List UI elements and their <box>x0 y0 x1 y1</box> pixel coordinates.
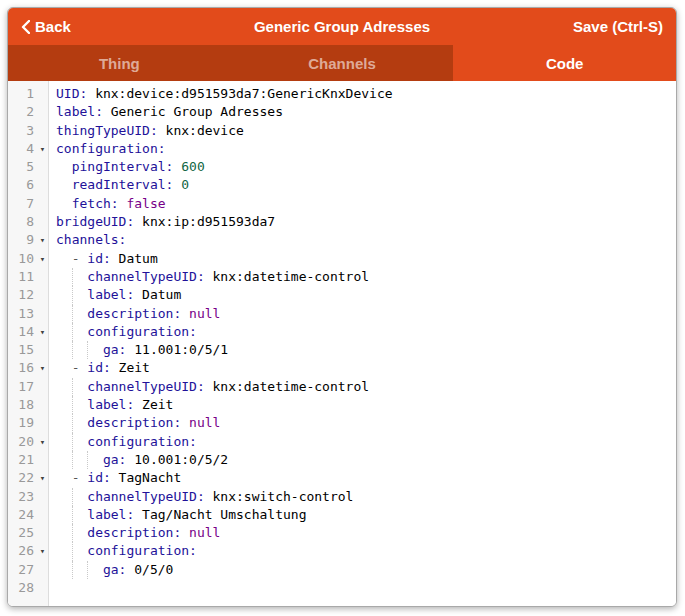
line-number: 11 <box>8 268 35 286</box>
line-content: label: Generic Group Adresses <box>50 103 676 121</box>
line-number: 14 <box>8 323 35 341</box>
line-content: bridgeUID: knx:ip:d951593da7 <box>50 213 676 231</box>
line-content: thingTypeUID: knx:device <box>50 122 676 140</box>
fold-gutter-spacer <box>35 488 50 506</box>
code-line[interactable]: 18 label: Zeit <box>8 396 676 414</box>
header-bar: Back Generic Group Adresses Save (Ctrl-S… <box>8 8 676 45</box>
line-number: 18 <box>8 396 35 414</box>
line-number: 26 <box>8 542 35 560</box>
code-line[interactable]: 23 channelTypeUID: knx:switch-control <box>8 488 676 506</box>
line-number: 15 <box>8 341 35 359</box>
indent-guide <box>87 561 88 579</box>
fold-marker-icon[interactable]: ▾ <box>35 323 50 341</box>
line-number: 19 <box>8 414 35 432</box>
code-line[interactable]: 9▾channels: <box>8 231 676 249</box>
line-number: 9 <box>8 231 35 249</box>
code-line[interactable]: 2label: Generic Group Adresses <box>8 103 676 121</box>
line-number: 8 <box>8 213 35 231</box>
save-button[interactable]: Save (Ctrl-S) <box>573 18 676 35</box>
indent-guide <box>72 268 73 286</box>
indent-guide <box>72 433 73 451</box>
indent-guide <box>72 305 73 323</box>
code-line[interactable]: 16▾ - id: Zeit <box>8 359 676 377</box>
line-content: - id: Datum <box>50 250 676 268</box>
line-number: 23 <box>8 488 35 506</box>
code-editor[interactable]: 1UID: knx:device:d951593da7:GenericKnxDe… <box>8 81 676 606</box>
line-number: 10 <box>8 250 35 268</box>
code-line[interactable]: 11 channelTypeUID: knx:datetime-control <box>8 268 676 286</box>
line-content: description: null <box>50 414 676 432</box>
code-line[interactable]: 10▾ - id: Datum <box>8 250 676 268</box>
indent-guide <box>87 341 88 359</box>
fold-marker-icon[interactable]: ▾ <box>35 231 50 249</box>
line-content: pingInterval: 600 <box>50 158 676 176</box>
code-line[interactable]: 25 description: null <box>8 524 676 542</box>
tab-bar: Thing Channels Code <box>8 45 676 81</box>
back-button-label: Back <box>35 18 71 35</box>
indent-guide <box>72 378 73 396</box>
line-number: 25 <box>8 524 35 542</box>
code-line[interactable]: 12 label: Datum <box>8 286 676 304</box>
fold-marker-icon[interactable]: ▾ <box>35 140 50 158</box>
line-content: description: null <box>50 305 676 323</box>
fold-gutter-spacer <box>35 85 50 103</box>
tab-code[interactable]: Code <box>453 45 676 81</box>
code-lines: 1UID: knx:device:d951593da7:GenericKnxDe… <box>8 81 676 597</box>
code-line[interactable]: 15 ga: 11.001:0/5/1 <box>8 341 676 359</box>
line-number: 22 <box>8 469 35 487</box>
line-content: UID: knx:device:d951593da7:GenericKnxDev… <box>50 85 676 103</box>
code-line[interactable]: 26▾ configuration: <box>8 542 676 560</box>
code-line[interactable]: 21 ga: 10.001:0/5/2 <box>8 451 676 469</box>
line-content: label: Tag/Nacht Umschaltung <box>50 506 676 524</box>
code-line[interactable]: 20▾ configuration: <box>8 433 676 451</box>
fold-gutter-spacer <box>35 122 50 140</box>
code-line[interactable]: 13 description: null <box>8 305 676 323</box>
line-content: configuration: <box>50 433 676 451</box>
code-line[interactable]: 8bridgeUID: knx:ip:d951593da7 <box>8 213 676 231</box>
code-line[interactable]: 22▾ - id: TagNacht <box>8 469 676 487</box>
tab-channels[interactable]: Channels <box>231 45 454 81</box>
indent-guide <box>72 414 73 432</box>
line-content: channelTypeUID: knx:datetime-control <box>50 268 676 286</box>
line-content: configuration: <box>50 140 676 158</box>
code-line[interactable]: 14▾ configuration: <box>8 323 676 341</box>
code-line[interactable]: 6 readInterval: 0 <box>8 176 676 194</box>
indent-guide <box>72 341 73 359</box>
line-number: 5 <box>8 158 35 176</box>
indent-guide <box>72 396 73 414</box>
fold-gutter-spacer <box>35 286 50 304</box>
fold-gutter-spacer <box>35 103 50 121</box>
line-number: 1 <box>8 85 35 103</box>
fold-marker-icon[interactable]: ▾ <box>35 433 50 451</box>
fold-gutter-spacer <box>35 158 50 176</box>
tab-thing[interactable]: Thing <box>8 45 231 81</box>
fold-gutter-spacer <box>35 341 50 359</box>
line-number: 13 <box>8 305 35 323</box>
fold-marker-icon[interactable]: ▾ <box>35 469 50 487</box>
code-line[interactable]: 4▾configuration: <box>8 140 676 158</box>
fold-gutter-spacer <box>35 414 50 432</box>
line-content: channelTypeUID: knx:switch-control <box>50 488 676 506</box>
line-content: - id: TagNacht <box>50 469 676 487</box>
code-line[interactable]: 1UID: knx:device:d951593da7:GenericKnxDe… <box>8 85 676 103</box>
line-number: 27 <box>8 561 35 579</box>
fold-marker-icon[interactable]: ▾ <box>35 359 50 377</box>
code-line[interactable]: 3thingTypeUID: knx:device <box>8 122 676 140</box>
code-line[interactable]: 24 label: Tag/Nacht Umschaltung <box>8 506 676 524</box>
code-line[interactable]: 17 channelTypeUID: knx:datetime-control <box>8 378 676 396</box>
line-content: ga: 10.001:0/5/2 <box>50 451 676 469</box>
line-content <box>50 579 676 597</box>
line-content: channels: <box>50 231 676 249</box>
fold-marker-icon[interactable]: ▾ <box>35 542 50 560</box>
code-line[interactable]: 5 pingInterval: 600 <box>8 158 676 176</box>
line-content: configuration: <box>50 542 676 560</box>
line-content: ga: 11.001:0/5/1 <box>50 341 676 359</box>
back-button[interactable]: Back <box>8 18 71 35</box>
indent-guide <box>72 506 73 524</box>
code-line[interactable]: 19 description: null <box>8 414 676 432</box>
fold-marker-icon[interactable]: ▾ <box>35 250 50 268</box>
fold-gutter-spacer <box>35 451 50 469</box>
code-line[interactable]: 7 fetch: false <box>8 195 676 213</box>
code-line[interactable]: 27 ga: 0/5/0 <box>8 561 676 579</box>
code-line[interactable]: 28 <box>8 579 676 597</box>
